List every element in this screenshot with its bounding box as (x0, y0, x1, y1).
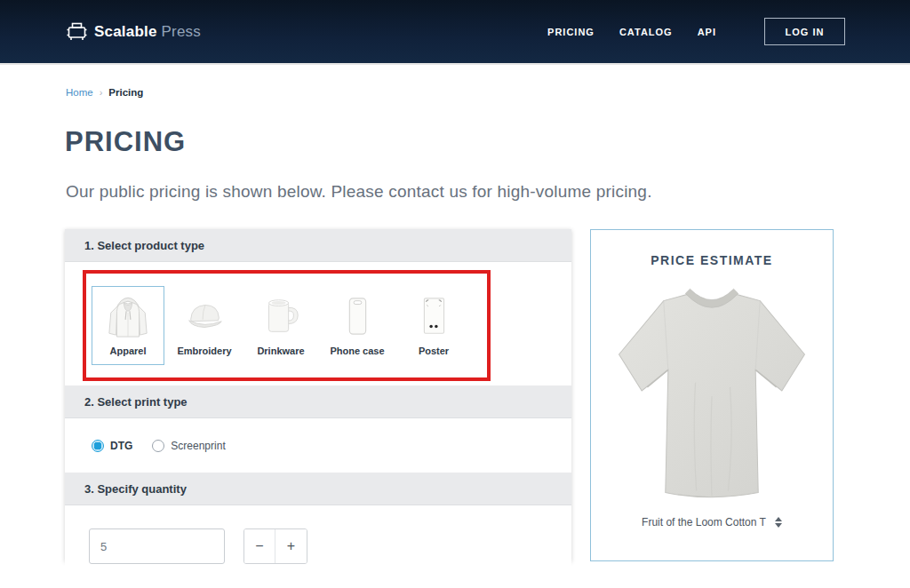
main-content: 1. Select product type (0, 202, 910, 561)
nav-api[interactable]: API (698, 27, 716, 37)
hoodie-icon (104, 294, 152, 338)
quantity-stepper: − + (243, 528, 307, 564)
page-subtitle: Our public pricing is shown below. Pleas… (66, 182, 910, 202)
step3-body: − + (65, 505, 571, 588)
product-card-drinkware[interactable]: Drinkware (244, 286, 317, 365)
step1-body: Apparel Embroidery (65, 262, 571, 385)
product-select-value: Fruit of the Loom Cotton T (642, 516, 766, 528)
quantity-input[interactable] (89, 528, 225, 564)
step1-header: 1. Select product type (65, 229, 571, 262)
product-photo-tshirt (607, 278, 817, 511)
product-label: Embroidery (177, 346, 231, 356)
top-nav: PRICING CATALOG API LOG IN (547, 18, 845, 45)
price-estimate-panel: PRICE ESTIMATE Fruit of the Loom Cotton (590, 229, 834, 561)
pricing-configurator-panel: 1. Select product type (65, 229, 571, 561)
print-type-row: DTG Screenprint (65, 418, 571, 473)
product-label: Phone case (330, 346, 384, 356)
price-estimate-title: PRICE ESTIMATE (651, 253, 772, 267)
mug-icon (257, 294, 305, 338)
breadcrumb-home-link[interactable]: Home (66, 87, 93, 98)
product-type-row: Apparel Embroidery (65, 262, 571, 385)
quantity-increment-button[interactable]: + (275, 529, 307, 563)
radio-screenprint[interactable]: Screenprint (152, 440, 225, 452)
phone-case-icon (333, 294, 381, 338)
radio-selected-icon (92, 440, 104, 452)
radio-screenprint-label: Screenprint (171, 440, 225, 452)
product-card-phone-case[interactable]: Phone case (321, 286, 394, 365)
site-header: Scalable Press PRICING CATALOG API LOG I… (0, 0, 910, 65)
printing-press-icon (65, 20, 89, 44)
product-card-embroidery[interactable]: Embroidery (168, 286, 241, 365)
brand-name: Scalable Press (94, 23, 201, 41)
radio-dtg-label: DTG (110, 440, 132, 452)
login-button[interactable]: LOG IN (764, 18, 845, 45)
step3-header: 3. Specify quantity (65, 473, 571, 505)
page-title: PRICING (65, 126, 910, 158)
product-label: Drinkware (257, 346, 304, 356)
quantity-decrement-button[interactable]: − (244, 529, 275, 563)
product-card-poster[interactable]: Poster (397, 286, 470, 365)
quantity-row: − + (65, 505, 571, 588)
brand-logo[interactable]: Scalable Press (65, 20, 201, 44)
breadcrumb-current: Pricing (108, 87, 143, 98)
product-select[interactable]: Fruit of the Loom Cotton T (642, 516, 782, 528)
nav-catalog[interactable]: CATALOG (619, 27, 673, 37)
radio-dtg[interactable]: DTG (92, 440, 132, 452)
poster-icon (410, 294, 458, 338)
nav-pricing[interactable]: PRICING (547, 27, 595, 37)
product-label: Apparel (110, 346, 147, 356)
updown-arrows-icon (775, 517, 782, 528)
product-label: Poster (419, 346, 449, 356)
radio-unselected-icon (152, 440, 164, 452)
cap-icon (180, 294, 228, 338)
step2-header: 2. Select print type (65, 385, 571, 418)
step2-body: DTG Screenprint (65, 418, 571, 473)
breadcrumb: Home › Pricing (0, 65, 910, 98)
product-card-apparel[interactable]: Apparel (92, 286, 164, 365)
breadcrumb-separator: › (100, 87, 103, 98)
